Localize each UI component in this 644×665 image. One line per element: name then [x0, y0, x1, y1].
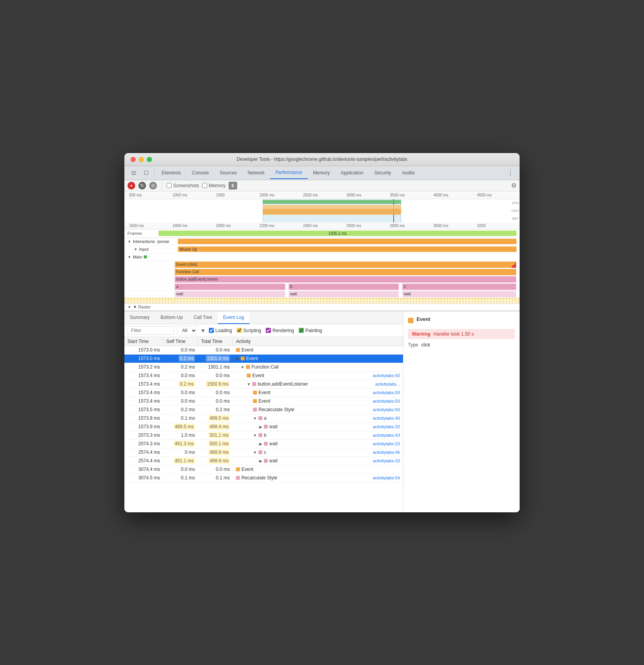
activity-link[interactable]: activitytabs:46 — [373, 450, 400, 455]
main-triangle[interactable]: ▼ — [127, 255, 131, 259]
activity-link[interactable]: activitytabs:50 — [373, 373, 400, 378]
scripting-label: Scripting — [243, 328, 262, 333]
table-row[interactable]: 1573.4 ms 0.0 ms 0.0 ms Event activityta… — [124, 389, 403, 397]
reload-button[interactable]: ↻ — [138, 182, 146, 190]
flame-wait-b[interactable]: wait — [289, 291, 399, 297]
input-triangle[interactable]: ▼ — [134, 247, 138, 252]
tab-sources[interactable]: Sources — [214, 167, 242, 179]
memory-checkbox[interactable] — [202, 183, 207, 188]
tab-elements[interactable]: Elements — [156, 167, 186, 179]
th-start-time[interactable]: Start Time — [124, 337, 163, 346]
table-row[interactable]: 3074.4 ms 0.0 ms 0.0 ms Event — [124, 465, 403, 474]
interactions-bar[interactable] — [178, 239, 517, 244]
cell-start: 2574.4 ms — [124, 457, 163, 464]
activity-link[interactable]: activitytabs:50 — [373, 407, 400, 412]
rendering-checkbox[interactable] — [266, 328, 271, 333]
trash-button[interactable]: 🗑 — [229, 182, 237, 190]
tab-bottom-up[interactable]: Bottom-Up — [155, 312, 188, 324]
tab-console[interactable]: Console — [186, 167, 214, 179]
cell-self: 491.1 ms — [163, 457, 198, 464]
table-row[interactable]: 1573.2 ms 0.2 ms 1501.1 ms ▼ Function Ca… — [124, 363, 403, 372]
activity-link[interactable]: activitytabs... — [375, 382, 400, 386]
cell-activity: Event activitytabs:50 — [233, 389, 403, 396]
flame-c[interactable]: c — [402, 284, 516, 290]
cell-total: 1500.9 ms — [198, 381, 233, 388]
tab-memory[interactable]: Memory — [308, 167, 335, 179]
detail-type-row: Type click — [408, 342, 515, 348]
record-button[interactable]: ● — [127, 182, 135, 190]
activity-link[interactable]: activitytabs:33 — [373, 424, 400, 429]
table-row[interactable]: 2074.3 ms 491.3 ms 500.1 ms ▶ wait activ… — [124, 440, 403, 448]
tab-network[interactable]: Network — [242, 167, 270, 179]
tab-security[interactable]: Security — [369, 167, 396, 179]
flame-addeventlistener[interactable]: button.addEventListener — [175, 276, 516, 283]
table-row-selected[interactable]: 1573.0 ms 0.2 ms 1501.4 ms ▶ Event — [124, 355, 403, 363]
flame-c-label: c — [404, 284, 406, 289]
flame-event-click[interactable]: Event (click) — [175, 262, 516, 268]
tab-event-log[interactable]: Event Log — [218, 312, 250, 324]
screenshots-checkbox[interactable] — [167, 183, 172, 188]
interactions-row: ▼ Interactions :ponse — [124, 238, 520, 246]
input-bar[interactable]: Mouse Up — [178, 246, 517, 252]
interactions-label: Interactions — [133, 239, 155, 244]
th-total-time[interactable]: Total Time — [198, 337, 233, 346]
close-button[interactable] — [131, 157, 136, 162]
filter-input[interactable] — [127, 326, 174, 335]
interactions-triangle[interactable]: ▼ — [127, 239, 131, 244]
inspect-icon[interactable]: ⊡ — [127, 167, 140, 179]
tab-audits[interactable]: Audits — [396, 167, 420, 179]
table-row[interactable]: 1573.0 ms 0.0 ms 0.0 ms Event — [124, 346, 403, 355]
minimize-button[interactable] — [139, 157, 144, 162]
ruler2-3200: 3200 — [476, 224, 520, 228]
table-row[interactable]: 2574.4 ms 491.1 ms 499.9 ms ▶ wait activ… — [124, 457, 403, 465]
more-tabs-button[interactable]: ⋮ — [504, 166, 517, 180]
table-row[interactable]: 1573.9 ms 489.5 ms 499.4 ms ▶ wait activ… — [124, 423, 403, 431]
table-row[interactable]: 1573.4 ms 0.0 ms 0.0 ms Event activityta… — [124, 397, 403, 406]
flame-b[interactable]: b — [289, 284, 399, 290]
activity-link[interactable]: activitytabs:33 — [373, 441, 400, 446]
cell-start: 1573.8 ms — [124, 415, 163, 422]
maximize-button[interactable] — [147, 157, 152, 162]
table-row[interactable]: 1573.5 ms 0.2 ms 0.2 ms Recalculate Styl… — [124, 406, 403, 414]
tab-application[interactable]: Application — [335, 167, 369, 179]
activity-label: Event — [258, 398, 270, 404]
table-row[interactable]: 1573.4 ms 0.2 ms 1500.9 ms ▼ button.addE… — [124, 380, 403, 389]
table-row[interactable]: 1573.8 ms 0.1 ms 499.5 ms ▼ a activityta… — [124, 414, 403, 423]
tab-summary[interactable]: Summary — [124, 312, 155, 324]
activity-link[interactable]: activitytabs:50 — [373, 390, 400, 395]
scripting-checkbox[interactable] — [237, 328, 242, 333]
tab-call-tree[interactable]: Call Tree — [188, 312, 218, 324]
activity-label: wait — [269, 424, 277, 429]
activity-link[interactable]: activitytabs:50 — [373, 399, 400, 403]
loading-filter: Loading — [209, 328, 232, 333]
table-row[interactable]: 2574.4 ms 0 ms 499.9 ms ▼ c activitytabs… — [124, 448, 403, 457]
raster-triangle[interactable]: ▼ — [127, 305, 131, 309]
painting-checkbox[interactable] — [299, 328, 304, 333]
activity-link[interactable]: activitytabs:54 — [373, 475, 400, 480]
table-row[interactable]: 3074.5 ms 0.1 ms 0.1 ms Recalculate Styl… — [124, 474, 403, 482]
table-row[interactable]: 2073.3 ms 1.0 ms 501.1 ms ▼ b activityta… — [124, 431, 403, 440]
activity-link[interactable]: activitytabs:40 — [373, 416, 400, 420]
frames-bar[interactable]: 1505.1 ms — [158, 231, 517, 236]
device-icon[interactable]: ☐ — [140, 167, 153, 179]
flame-a[interactable]: a — [175, 284, 285, 290]
flame-wait-a[interactable]: wait — [175, 291, 285, 297]
table-row[interactable]: 1573.4 ms 0.0 ms 0.0 ms Event activityta… — [124, 372, 403, 380]
activity-label: Function Call — [251, 364, 279, 370]
clear-button[interactable]: ⊘ — [149, 182, 157, 190]
th-activity[interactable]: Activity — [233, 337, 403, 346]
tab-performance[interactable]: Performance — [270, 167, 308, 179]
activity-link[interactable]: activitytabs:33 — [373, 458, 400, 463]
activity-label: b — [264, 432, 267, 438]
cell-total: 0.1 ms — [198, 474, 233, 481]
activity-label: Event — [258, 390, 270, 395]
flame-bars-function-call: Function Call — [175, 269, 520, 276]
flame-wait-c[interactable]: wait — [402, 291, 516, 297]
th-self-time[interactable]: Self Time — [163, 337, 198, 346]
filter-select[interactable]: All — [177, 326, 197, 335]
flame-function-call[interactable]: Function Call — [175, 269, 516, 275]
loading-checkbox[interactable] — [209, 328, 214, 333]
gear-icon[interactable]: ⚙ — [511, 182, 517, 189]
ruler2-marks: 1600 ms 1800 ms 2000 ms 2200 ms 2400 ms … — [128, 224, 520, 228]
activity-link[interactable]: activitytabs:43 — [373, 433, 400, 438]
